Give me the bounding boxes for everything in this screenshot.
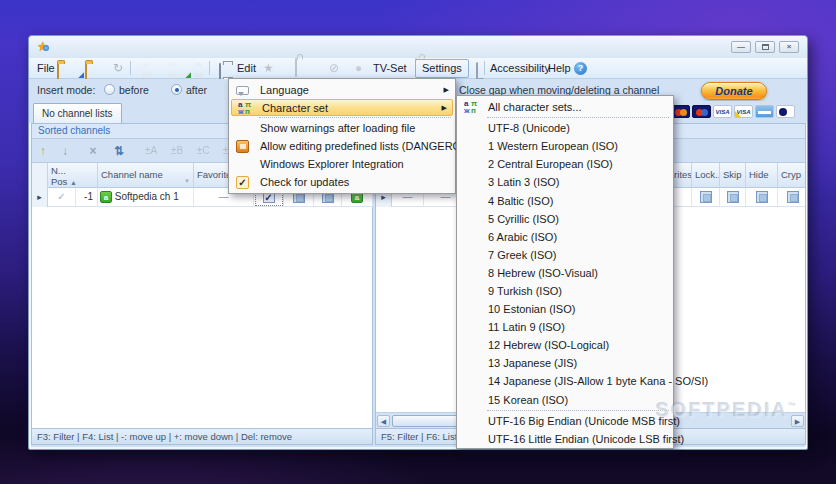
menu-item-utf8[interactable]: UTF-8 (Unicode) [458,119,672,137]
maestro-blue-circle [701,109,708,116]
renumber-button[interactable]: ⇅ [110,142,128,160]
close-button[interactable]: × [779,41,799,53]
menu-item-hebrew-logical[interactable]: 12 Hebrew (ISO-Logical) [458,336,672,354]
menu-item-language[interactable]: Language ▶ [230,81,454,99]
hide-channel-icon[interactable]: ● [355,61,362,75]
checkbox-indeterminate[interactable] [700,191,712,203]
minimize-button[interactable]: — [731,41,751,53]
menu-item-utf16-big-endian[interactable]: UTF-16 Big Endian (Unicode MSB first) [458,412,672,430]
menu-item-greek[interactable]: 7 Greek (ISO) [458,246,672,264]
row-name-cell[interactable]: a Softpedia ch 1 [98,188,194,207]
menu-item-allow-editing[interactable]: Allow editing predefined lists (DANGEROU… [230,137,454,155]
row-lock-cell[interactable] [692,188,720,207]
favorites-star-icon[interactable]: ★ [263,61,274,75]
menu-item-latin-9[interactable]: 11 Latin 9 (ISO) [458,318,672,336]
menu-tv-set[interactable]: TV-Set [373,62,407,74]
menu-item-label: 9 Turkish (ISO) [488,285,562,297]
menu-item-label: Allow editing predefined lists (DANGEROU… [260,140,480,152]
checkbox-indeterminate[interactable] [727,191,739,203]
menu-item-japanese-jis[interactable]: 13 Japanese (JIS) [458,354,672,372]
maximize-icon [762,44,769,50]
menu-bar: File ↻ Edit ★ ⊘ ● TV-Set Settings Access… [29,58,807,79]
maximize-button[interactable] [755,41,775,53]
row-hide-cell[interactable] [746,188,778,207]
menu-item-hebrew-visual[interactable]: 8 Hebrew (ISO-Visual) [458,264,672,282]
fav-b-button[interactable]: ±B [166,142,188,160]
softpedia-watermark: SOFTPEDIA™ [656,399,798,422]
maestro-icon [692,105,711,118]
menu-item-character-set[interactable]: аπжп Character set ▶ [231,99,453,116]
menu-item-label: 11 Latin 9 (ISO) [488,321,565,333]
menu-separator [487,117,669,118]
move-down-button[interactable]: ↓ [56,142,74,160]
insert-after-radio[interactable] [171,84,182,95]
left-status-bar: F3: Filter | F4: List | -: move up | +: … [32,428,372,444]
header-hide[interactable]: Hide [746,163,778,188]
reload-icon[interactable]: ↻ [113,61,123,75]
lock-channel-icon[interactable] [295,58,297,77]
menu-item-turkish[interactable]: 9 Turkish (ISO) [458,282,672,300]
toolbar-separator [209,61,210,75]
menu-item-label: 7 Greek (ISO) [488,249,556,261]
header-pos[interactable]: N... Pos ▲ [48,163,98,188]
menu-item-japanese-jis-kana[interactable]: 14 Japanese (JIS-Allow 1 byte Kana - SO/… [458,372,672,390]
menu-item-cyrillic[interactable]: 5 Cyrillic (ISO) [458,210,672,228]
visa-text: VISA [714,109,731,116]
fav-c-button[interactable]: ±C [192,142,214,160]
help-icon[interactable]: ? [574,62,587,75]
header-indicator [32,163,48,188]
menu-settings[interactable]: Settings [415,59,469,78]
menu-help[interactable]: Help [548,62,571,74]
desktop: ★ — × File ↻ Edit ★ ⊘ ● TV-Set Settings [0,0,836,484]
insert-after-label[interactable]: after [186,84,207,96]
menu-item-show-warnings[interactable]: Show warnings after loading file [230,119,454,137]
checkbox-indeterminate[interactable] [756,191,768,203]
scrollbar-thumb[interactable] [392,415,464,427]
title-bar: ★ — × [29,36,807,58]
channel-type-icon: a [100,191,112,203]
visa-icon: VISA [713,105,732,118]
row-check-cell[interactable]: ✓ [48,188,76,207]
insert-before-label[interactable]: before [119,84,149,96]
menu-item-label: Check for updates [260,176,349,188]
insert-before-radio[interactable] [104,84,115,95]
filter-icon[interactable]: ▼ [184,171,190,188]
menu-item-korean[interactable]: 15 Korean (ISO) [458,391,672,409]
american-express-icon [755,105,774,118]
menu-item-latin-3[interactable]: 3 Latin 3 (ISO) [458,173,672,191]
header-channel-name[interactable]: Channel name▼ [98,163,194,188]
menu-item-baltic[interactable]: 4 Baltic (ISO) [458,191,672,209]
header-skip[interactable]: Skip [720,163,746,188]
character-set-icon: аπжп [464,100,478,114]
tab-no-channel-lists[interactable]: No channel lists [33,103,122,123]
mastercard-orange-circle [680,109,687,116]
menu-file[interactable]: File [37,62,55,74]
checkbox-indeterminate[interactable] [787,191,799,203]
fav-a-button[interactable]: ±A [140,142,162,160]
menu-item-label: 14 Japanese (JIS-Allow 1 byte Kana - SO/… [488,375,708,387]
menu-item-label: 6 Arabic (ISO) [488,231,557,243]
menu-item-estonian[interactable]: 10 Estonian (ISO) [458,300,672,318]
row-skip-cell[interactable] [720,188,746,207]
menu-item-explorer-integration[interactable]: Windows Explorer Integration [230,155,454,173]
delete-channel-button[interactable]: × [84,142,102,160]
header-lock[interactable]: Lock... [692,163,720,188]
menu-item-western-european[interactable]: 1 Western European (ISO) [458,137,672,155]
menu-item-all-character-sets[interactable]: аπжп All character sets... [458,98,672,116]
donate-button[interactable]: Donate [701,82,767,100]
menu-accessibility[interactable]: Accessibility [490,62,550,74]
insert-mode-label: Insert mode: [37,84,95,96]
menu-item-central-european[interactable]: 2 Central European (ISO) [458,155,672,173]
menu-edit[interactable]: Edit [237,62,256,74]
move-up-button[interactable]: ↑ [34,142,52,160]
row-crypt-cell[interactable] [778,188,807,207]
menu-item-utf16-little-endian[interactable]: UTF-16 Little Endian (Unicode LSB first) [458,430,672,448]
header-crypt[interactable]: Cryp [778,163,807,188]
scroll-left-arrow[interactable]: ◀ [377,415,390,427]
skip-channel-icon[interactable]: ⊘ [329,61,339,75]
toolbar-separator [130,61,131,75]
menu-item-arabic[interactable]: 6 Arabic (ISO) [458,228,672,246]
menu-item-check-updates[interactable]: ✓ Check for updates [230,173,454,191]
visa-electron-text: VISA [735,109,752,116]
row-pos-cell[interactable]: -1 [76,188,98,207]
